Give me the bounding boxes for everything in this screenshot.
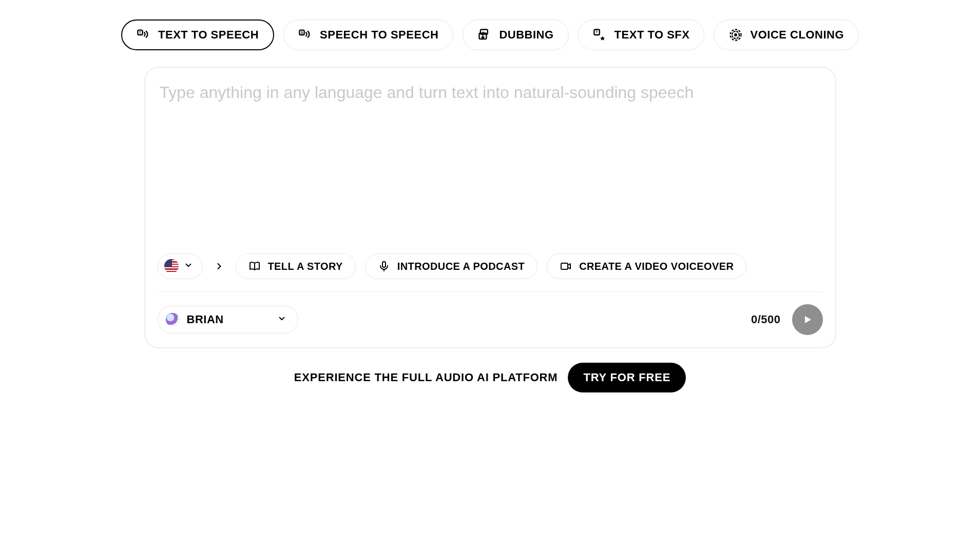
microphone-icon [378,260,390,272]
suggestion-introduce-podcast[interactable]: INTRODUCE A PODCAST [365,253,537,279]
cta-row: EXPERIENCE THE FULL AUDIO AI PLATFORM TR… [144,363,836,392]
tab-text-to-sfx[interactable]: T TEXT TO SFX [578,19,705,50]
svg-rect-13 [561,263,568,269]
chevron-down-icon [184,261,193,272]
svg-point-9 [735,33,738,36]
tab-label: DUBBING [499,28,553,42]
voice-avatar [165,312,180,327]
svg-text:A: A [483,31,485,34]
sfx-icon: T [593,28,607,42]
tab-voice-cloning[interactable]: VOICE CLONING [714,19,859,50]
tab-text-to-speech[interactable]: T TEXT TO SPEECH [121,19,274,50]
play-button[interactable] [792,304,823,335]
tab-label: SPEECH TO SPEECH [320,28,438,42]
bottom-row: BRIAN 0/500 [158,304,823,335]
try-for-free-button[interactable]: TRY FOR FREE [568,363,686,392]
voice-name: BRIAN [187,313,224,326]
svg-rect-12 [382,262,386,267]
suggestions-next-button[interactable] [212,259,226,273]
cloning-icon [728,28,743,42]
tab-label: VOICE CLONING [750,28,844,42]
tab-label: TEXT TO SFX [614,28,690,42]
cta-text: EXPERIENCE THE FULL AUDIO AI PLATFORM [294,371,558,384]
suggestion-label: TELL A STORY [268,261,343,272]
text-input[interactable] [158,80,823,244]
tab-speech-to-speech[interactable]: S SPEECH TO SPEECH [283,19,453,50]
svg-text:S: S [301,31,303,34]
editor-card: TELL A STORY INTRODUCE A PODCAST [144,67,836,348]
suggestion-tell-a-story[interactable]: TELL A STORY [236,253,356,279]
suggestion-label: INTRODUCE A PODCAST [397,261,525,272]
tab-label: TEXT TO SPEECH [158,28,259,42]
suggestion-label: CREATE A VIDEO VOICEOVER [579,261,734,272]
svg-text:T: T [139,31,142,34]
dubbing-icon: A [477,28,492,42]
sts-icon: S [298,28,313,42]
chevron-down-icon [277,313,286,326]
tts-icon: T [137,28,151,42]
suggestion-video-voiceover[interactable]: CREATE A VIDEO VOICEOVER [547,253,746,279]
char-counter: 0/500 [751,313,781,326]
svg-text:T: T [595,30,598,34]
divider [158,291,823,292]
voice-selector[interactable]: BRIAN [158,306,298,333]
flag-us-icon [164,259,179,273]
feature-tabs: T TEXT TO SPEECH S SPEECH TO SPEECH [144,19,836,50]
prompt-row: TELL A STORY INTRODUCE A PODCAST [158,252,823,279]
language-selector[interactable] [158,253,203,279]
video-icon [560,260,572,272]
book-icon [248,260,261,272]
tab-dubbing[interactable]: A DUBBING [463,19,568,50]
